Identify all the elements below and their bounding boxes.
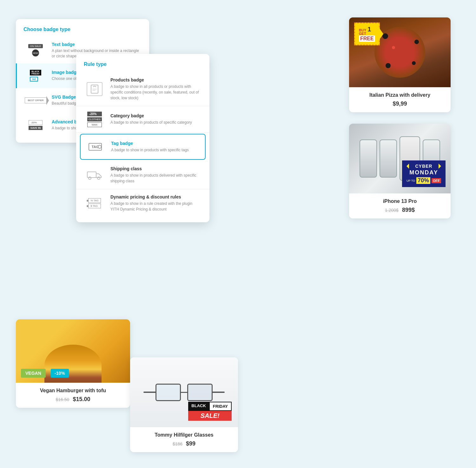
hamburger-image: VEGAN -10% — [16, 319, 130, 383]
glasses-card-body: Tommy Hilfilger Glasses $186 $99 — [130, 427, 238, 452]
svg-rect-1 — [92, 89, 97, 89]
pizza-card-body: Italian Pizza with delivery $9,99 — [349, 87, 451, 112]
left-lens — [155, 384, 181, 401]
rule-item-shipping[interactable]: Shipping class A badge to show in produc… — [76, 161, 209, 189]
hamburger-card: VEGAN -10% Vegan Hamburger with tofu $16… — [16, 319, 130, 408]
advanced-badge-icon: -20% SAVE 9$ — [24, 117, 47, 133]
svg-badge-icon-container: BEST OFFER — [24, 93, 47, 108]
cyber-arrow-left — [407, 164, 409, 169]
tag-rule-text: Tag badge A badge to show in products wi… — [111, 141, 189, 153]
phone-1 — [360, 140, 377, 178]
black-friday-badge: BLACK FRIDAY SALE! — [188, 402, 232, 421]
cyber-offer: UP TO 70% OFF — [407, 177, 441, 184]
rule-item-category[interactable]: -20% CLOTHES MAN Category badge A badge … — [76, 106, 209, 133]
cyber-monday-badge: CYBER MONDAY UP TO 70% OFF — [402, 160, 446, 187]
on-sale-pill: ON SALE — [28, 44, 43, 48]
pizza-image: BUYGET 1 FREE — [349, 17, 451, 87]
buy-get-free-badge: BUYGET 1 FREE — [354, 23, 380, 45]
svg-rect-2 — [92, 90, 96, 91]
category-rule-text: Category badge A badge to show in produc… — [110, 113, 192, 125]
iphone-image: CYBER MONDAY UP TO 70% OFF — [349, 124, 451, 193]
iphone-card: CYBER MONDAY UP TO 70% OFF iPhone 13 Pro… — [349, 124, 451, 218]
new-circle: NEW! — [32, 49, 39, 56]
rule-type-title: Rule type — [76, 62, 209, 72]
glasses-visual — [143, 384, 225, 401]
vegan-badge: VEGAN — [21, 369, 46, 378]
glasses-card: BLACK FRIDAY SALE! Tommy Hilfilger Glass… — [130, 357, 238, 452]
bf-top-row: BLACK FRIDAY — [188, 402, 232, 411]
shipping-class-icon — [85, 167, 104, 183]
cyber-arrow-right — [439, 164, 441, 169]
products-badge-icon — [85, 81, 104, 97]
glasses-bridge — [181, 392, 187, 393]
products-rule-text: Products badge A badge to show in all pr… — [110, 77, 201, 101]
hamburger-card-body: Vegan Hamburger with tofu $16.50 $15.00 — [16, 383, 130, 408]
badge-type-title: Choose badge type — [16, 27, 149, 37]
phone-2 — [380, 140, 397, 178]
rule-item-tag[interactable]: TAG Tag badge A badge to show in product… — [80, 134, 206, 160]
glasses-image: BLACK FRIDAY SALE! — [130, 357, 238, 427]
svg-rect-3 — [87, 172, 96, 178]
iphone-card-body: iPhone 13 Pro 1.200$ 899$ — [349, 193, 451, 218]
dynamic-rule-text: Dynamic pricing & discount rules A badge… — [110, 194, 201, 212]
right-lens — [187, 384, 213, 401]
pizza-card: BUYGET 1 FREE Italian Pizza with deliver… — [349, 17, 451, 112]
category-badge-icon: -20% CLOTHES MAN — [85, 111, 104, 127]
image-badge-icon: BLACKFRIDAY 3x2 — [24, 68, 47, 84]
dynamic-pricing-icon: % TAG $ TAG — [85, 195, 104, 211]
rule-item-products[interactable]: Products badge A badge to show in all pr… — [76, 72, 209, 106]
rule-type-panel: Rule type Products badge A badge to show… — [76, 54, 209, 222]
shipping-rule-text: Shipping class A badge to show in produc… — [110, 166, 201, 184]
rule-item-dynamic[interactable]: % TAG $ TAG Dynamic pricing & discount r… — [76, 189, 209, 217]
tag-badge-icon: TAG — [86, 139, 105, 155]
scene: Choose badge type ON SALE NEW! Text badg… — [0, 0, 476, 468]
discount-badge: -10% — [51, 369, 69, 378]
text-badge-icon: ON SALE NEW! — [24, 42, 47, 58]
